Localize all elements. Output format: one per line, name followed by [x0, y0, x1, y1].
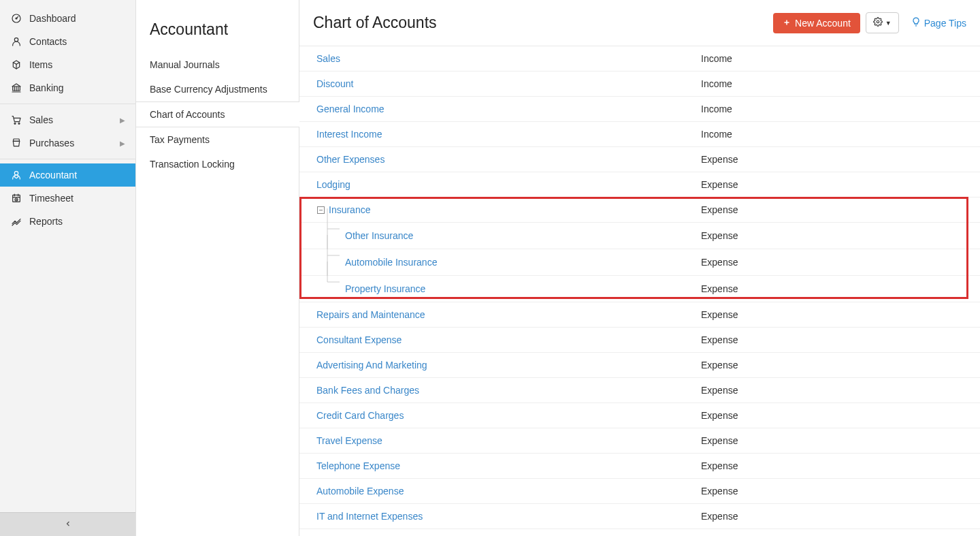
account-name-cell: Advertising And Marketing: [299, 353, 694, 377]
settings-dropdown-button[interactable]: ▼: [866, 12, 899, 33]
account-link[interactable]: Advertising And Marketing: [316, 360, 427, 371]
account-link[interactable]: General Income: [316, 104, 385, 114]
account-type-cell: Expense: [694, 404, 980, 427]
sidebar-item-accountant[interactable]: Accountant: [0, 163, 135, 187]
account-type-cell: Expense: [694, 429, 980, 452]
items-icon: [10, 59, 22, 71]
sidebar-item-purchases[interactable]: Purchases▶: [0, 131, 135, 155]
sidebar-collapse-button[interactable]: [0, 512, 135, 536]
account-link[interactable]: IT and Internet Expenses: [316, 511, 423, 522]
bulb-icon: [911, 17, 921, 29]
reports-icon: [10, 215, 22, 227]
sidebar-item-label: Sales: [29, 114, 53, 125]
new-account-button[interactable]: New Account: [773, 13, 860, 33]
table-row: Other InsuranceExpense: [299, 223, 980, 249]
svg-point-9: [18, 123, 20, 124]
account-link[interactable]: Credit Card Charges: [316, 410, 404, 421]
account-link[interactable]: Automobile Insurance: [345, 257, 437, 268]
account-type-cell: Expense: [694, 328, 980, 351]
table-row: InsuranceExpense: [299, 198, 980, 223]
table-row: General IncomeIncome: [299, 97, 980, 122]
table-row: Rent ExpenseExpense: [299, 529, 980, 536]
sidebar-item-label: Purchases: [29, 138, 74, 148]
table-row: Credit Card ChargesExpense: [299, 403, 980, 428]
account-name-cell: Automobile Expense: [299, 479, 694, 503]
account-name-cell: General Income: [299, 97, 694, 121]
account-type-cell: Expense: [694, 379, 980, 402]
sidebar-item-label: Dashboard: [29, 13, 76, 24]
table-row: Interest IncomeIncome: [299, 122, 980, 147]
plus-icon: [783, 18, 791, 29]
new-account-label: New Account: [795, 18, 851, 29]
account-link[interactable]: Travel Expense: [316, 435, 382, 446]
account-link[interactable]: Insurance: [329, 204, 370, 215]
sidebar-item-timesheet[interactable]: Timesheet: [0, 187, 135, 210]
account-type-cell: Income: [694, 123, 980, 146]
table-row: IT and Internet ExpensesExpense: [299, 504, 980, 529]
chevron-right-icon: ▶: [120, 140, 125, 147]
accountant-icon: [10, 169, 22, 181]
sidebar-item-label: Accountant: [29, 170, 77, 180]
accounts-table[interactable]: SalesIncomeDiscountIncomeGeneral IncomeI…: [299, 46, 980, 536]
table-row: Repairs and MaintenanceExpense: [299, 302, 980, 328]
table-row: Property InsuranceExpense: [299, 276, 980, 302]
account-name-cell: Automobile Insurance: [299, 249, 694, 275]
svg-point-1: [16, 18, 17, 19]
sidebar-item-label: Contacts: [29, 36, 67, 47]
account-link[interactable]: Interest Income: [316, 129, 382, 140]
account-name-cell: Other Insurance: [299, 223, 694, 249]
table-row: Consultant ExpenseExpense: [299, 328, 980, 353]
account-type-cell: Income: [694, 47, 980, 70]
account-type-cell: Expense: [694, 479, 980, 503]
table-row: SalesIncome: [299, 46, 980, 72]
svg-point-10: [14, 172, 18, 175]
folder-collapse-icon[interactable]: [316, 206, 325, 214]
banking-icon: [10, 82, 22, 94]
account-name-cell: Property Insurance: [299, 276, 694, 302]
subsidebar-item-chart-of-accounts[interactable]: Chart of Accounts: [136, 101, 299, 127]
account-name-cell: Credit Card Charges: [299, 404, 694, 427]
account-link[interactable]: Property Insurance: [345, 283, 425, 294]
subsidebar-item-base-currency-adjustments[interactable]: Base Currency Adjustments: [136, 77, 299, 101]
gear-icon: [873, 17, 883, 29]
sales-icon: [10, 114, 22, 126]
account-link[interactable]: Discount: [316, 78, 353, 89]
account-link[interactable]: Consultant Expense: [316, 334, 402, 345]
timesheet-icon: [10, 192, 22, 204]
sidebar-item-dashboard[interactable]: Dashboard: [0, 7, 135, 30]
account-link[interactable]: Repairs and Maintenance: [316, 309, 425, 320]
sidebar-item-sales[interactable]: Sales▶: [0, 108, 135, 131]
page-tips-link[interactable]: Page Tips: [911, 17, 966, 29]
account-type-cell: Expense: [694, 505, 980, 528]
account-link[interactable]: Other Insurance: [345, 230, 413, 241]
sidebar-item-reports[interactable]: Reports: [0, 210, 135, 233]
sidebar-item-label: Banking: [29, 82, 64, 93]
subsidebar-item-manual-journals[interactable]: Manual Journals: [136, 52, 299, 77]
subsidebar-item-transaction-locking[interactable]: Transaction Locking: [136, 152, 299, 176]
account-type-cell: Expense: [694, 173, 980, 196]
account-link[interactable]: Lodging: [316, 179, 350, 190]
tree-connector-icon: [325, 282, 345, 296]
account-name-cell: Rent Expense: [299, 530, 694, 536]
subsidebar-item-tax-payments[interactable]: Tax Payments: [136, 127, 299, 152]
svg-point-18: [877, 20, 879, 23]
account-link[interactable]: Automobile Expense: [316, 486, 404, 496]
account-type-cell: Income: [694, 97, 980, 121]
account-link[interactable]: Telephone Expense: [316, 460, 400, 471]
contacts-icon: [10, 35, 22, 48]
account-link[interactable]: Bank Fees and Charges: [316, 385, 419, 396]
account-link[interactable]: Sales: [316, 53, 340, 64]
page-title: Chart of Accounts: [313, 14, 437, 32]
sidebar-item-label: Timesheet: [29, 193, 74, 204]
sidebar-item-contacts[interactable]: Contacts: [0, 30, 135, 53]
sidebar-item-items[interactable]: Items: [0, 53, 135, 76]
account-type-cell: Expense: [694, 303, 980, 326]
table-row: Automobile InsuranceExpense: [299, 249, 980, 276]
account-type-cell: Expense: [694, 198, 980, 221]
svg-point-8: [14, 123, 16, 124]
account-name-cell: Discount: [299, 72, 694, 95]
sidebar-item-banking[interactable]: Banking: [0, 76, 135, 99]
table-row: Advertising And MarketingExpense: [299, 353, 980, 378]
account-link[interactable]: Other Expenses: [316, 154, 385, 165]
dashboard-icon: [10, 12, 22, 25]
